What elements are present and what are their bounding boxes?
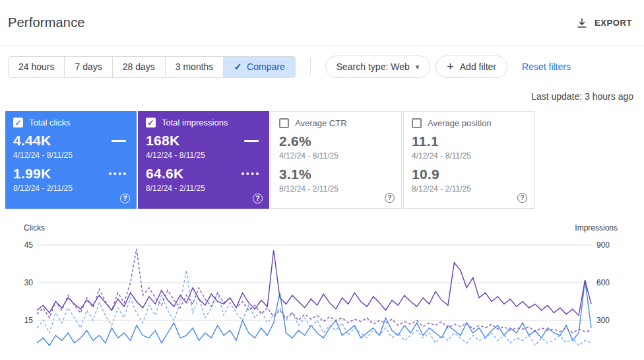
card-range-compare: 8/12/24 - 2/11/25 (13, 184, 129, 193)
last-update-text: Last update: 3 hours ago (0, 83, 644, 111)
checkbox-checked-icon[interactable]: ✓ (146, 118, 156, 127)
performance-chart: 459003060015300 (8, 236, 636, 360)
checkbox-unchecked-icon[interactable] (412, 118, 422, 128)
solid-line-indicator (112, 140, 126, 142)
card-range-primary: 4/12/24 - 8/11/25 (412, 151, 526, 161)
value-row: 64.6K (146, 166, 261, 182)
range-button-24-hours[interactable]: 24 hours (8, 56, 65, 78)
series-line (37, 280, 591, 345)
card-value-primary: 2.6% (279, 133, 311, 149)
chart-axis-labels: Clicks Impressions (8, 223, 636, 236)
search-type-dropdown[interactable]: Search type: Web ▾ (325, 55, 431, 78)
search-type-label: Search type: Web (337, 61, 410, 72)
card-value-compare: 10.9 (412, 166, 439, 182)
compare-label: Compare (247, 61, 285, 72)
filter-divider (310, 58, 311, 75)
card-label: Total clicks (29, 118, 71, 127)
card-range-primary: 4/12/24 - 8/11/25 (279, 151, 393, 161)
value-row: 11.1 (412, 133, 526, 149)
card-value-compare: 64.6K (146, 166, 184, 182)
plus-icon: + (447, 61, 454, 73)
card-value-primary: 11.1 (412, 133, 439, 149)
dashed-line-indicator (109, 172, 126, 175)
help-icon[interactable]: ? (120, 194, 130, 203)
compare-button[interactable]: ✓ Compare (223, 56, 295, 78)
right-axis-tick: 600 (596, 278, 610, 287)
page-header: Performance EXPORT (0, 0, 644, 46)
chevron-down-icon: ▾ (416, 63, 420, 71)
left-axis-tick: 15 (24, 316, 34, 325)
card-header: ✓ Total impressions (146, 118, 261, 127)
export-button[interactable]: EXPORT (576, 17, 632, 29)
checkmark-icon: ✓ (147, 119, 154, 127)
card-label: Total impressions (162, 118, 228, 127)
page-title: Performance (8, 15, 85, 30)
card-range-primary: 4/12/24 - 8/11/25 (13, 151, 129, 160)
chart-section: Clicks Impressions 459003060015300 (0, 223, 644, 360)
range-button-7-days[interactable]: 7 days (64, 56, 112, 78)
help-icon[interactable]: ? (517, 193, 527, 203)
value-row: 168K (146, 133, 261, 149)
card-average-ctr[interactable]: Average CTR 2.6% 4/12/24 - 8/11/25 3.1% … (271, 111, 402, 209)
date-range-segmented-control: 24 hours 7 days 28 days 3 months ✓ Compa… (8, 56, 296, 78)
card-range-compare: 8/12/24 - 2/11/25 (279, 184, 393, 194)
card-header: ✓ Total clicks (13, 118, 129, 127)
download-icon (576, 17, 588, 29)
left-axis-label: Clicks (24, 223, 45, 233)
add-filter-button[interactable]: + Add filter (435, 55, 507, 78)
range-button-28-days[interactable]: 28 days (112, 56, 166, 78)
value-row: 4.44K (13, 133, 129, 149)
right-axis-tick: 900 (596, 240, 610, 250)
checkbox-unchecked-icon[interactable] (279, 118, 289, 128)
metric-cards-row: ✓ Total clicks 4.44K 4/12/24 - 8/11/25 1… (0, 111, 644, 209)
card-label: Average CTR (295, 118, 347, 128)
value-row: 3.1% (279, 166, 393, 182)
range-button-3-months[interactable]: 3 months (165, 56, 224, 78)
card-total-clicks[interactable]: ✓ Total clicks 4.44K 4/12/24 - 8/11/25 1… (5, 111, 137, 209)
card-value-compare: 3.1% (279, 166, 311, 182)
card-value-primary: 168K (146, 133, 179, 149)
value-row: 10.9 (412, 166, 526, 182)
card-header: Average position (412, 118, 526, 128)
solid-line-indicator (244, 140, 259, 142)
add-filter-label: Add filter (460, 61, 496, 72)
checkmark-icon: ✓ (234, 61, 242, 72)
export-label: EXPORT (595, 18, 632, 28)
card-range-compare: 8/12/24 - 2/11/25 (412, 184, 526, 194)
right-axis-tick: 300 (596, 316, 610, 325)
card-range-primary: 4/12/24 - 8/11/25 (146, 151, 261, 160)
series-line (37, 270, 591, 345)
dashed-line-indicator (242, 172, 259, 175)
card-range-compare: 8/12/24 - 2/11/25 (146, 184, 261, 193)
value-row: 1.99K (13, 166, 129, 182)
help-icon[interactable]: ? (385, 193, 395, 203)
card-header: Average CTR (279, 118, 393, 128)
card-average-position[interactable]: Average position 11.1 4/12/24 - 8/11/25 … (403, 111, 534, 209)
reset-filters-link[interactable]: Reset filters (522, 61, 571, 72)
checkbox-checked-icon[interactable]: ✓ (13, 118, 23, 127)
filter-bar: 24 hours 7 days 28 days 3 months ✓ Compa… (0, 46, 644, 83)
left-axis-tick: 30 (24, 278, 34, 287)
card-value-primary: 4.44K (13, 133, 51, 149)
help-icon[interactable]: ? (253, 194, 263, 203)
card-label: Average position (428, 118, 492, 128)
left-axis-tick: 45 (24, 240, 34, 250)
card-total-impressions[interactable]: ✓ Total impressions 168K 4/12/24 - 8/11/… (138, 111, 269, 209)
right-axis-label: Impressions (575, 223, 618, 233)
checkmark-icon: ✓ (15, 119, 21, 127)
card-value-compare: 1.99K (13, 166, 51, 182)
value-row: 2.6% (279, 133, 393, 149)
